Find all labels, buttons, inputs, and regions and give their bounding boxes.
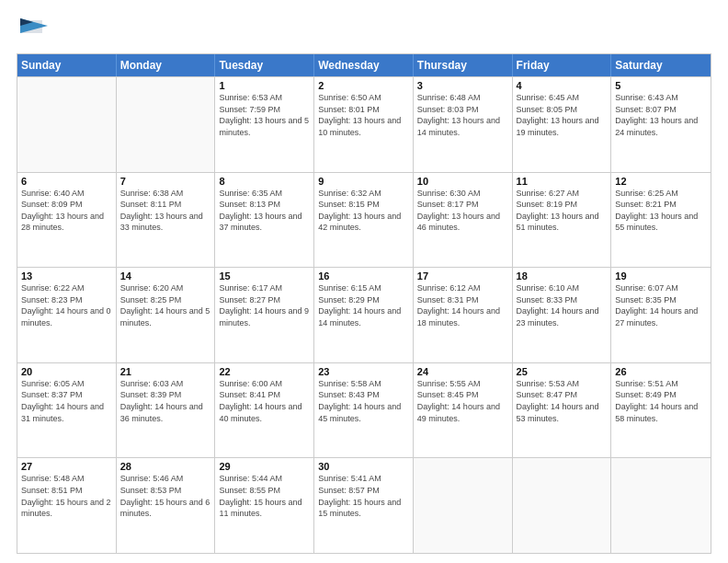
header-day-tuesday: Tuesday: [215, 54, 314, 76]
day-cell-14: 14Sunrise: 6:20 AMSunset: 8:25 PMDayligh…: [117, 268, 216, 362]
day-cell-6: 6Sunrise: 6:40 AMSunset: 8:09 PMDaylight…: [17, 173, 117, 268]
day-number: 29: [219, 461, 310, 472]
day-number: 25: [517, 366, 608, 377]
empty-cell: [513, 458, 612, 553]
day-info: Sunrise: 6:12 AMSunset: 8:31 PMDaylight:…: [417, 282, 508, 328]
day-info: Sunrise: 6:03 AMSunset: 8:39 PMDaylight:…: [120, 378, 211, 424]
header-day-thursday: Thursday: [414, 54, 513, 76]
day-number: 9: [318, 176, 409, 187]
header-day-sunday: Sunday: [17, 54, 117, 76]
day-cell-11: 11Sunrise: 6:27 AMSunset: 8:19 PMDayligh…: [513, 173, 612, 268]
day-cell-7: 7Sunrise: 6:38 AMSunset: 8:11 PMDaylight…: [117, 173, 216, 268]
day-cell-30: 30Sunrise: 5:41 AMSunset: 8:57 PMDayligh…: [314, 458, 414, 553]
day-number: 23: [318, 366, 409, 377]
day-cell-3: 3Sunrise: 6:48 AMSunset: 8:03 PMDaylight…: [414, 77, 513, 172]
day-number: 13: [21, 270, 112, 282]
day-info: Sunrise: 6:15 AMSunset: 8:29 PMDaylight:…: [318, 282, 409, 328]
calendar: SundayMondayTuesdayWednesdayThursdayFrid…: [17, 53, 711, 554]
day-info: Sunrise: 5:48 AMSunset: 8:51 PMDaylight:…: [21, 473, 112, 519]
day-number: 5: [615, 80, 707, 91]
day-cell-4: 4Sunrise: 6:45 AMSunset: 8:05 PMDaylight…: [513, 77, 612, 172]
day-number: 3: [417, 80, 508, 91]
day-info: Sunrise: 6:27 AMSunset: 8:19 PMDaylight:…: [517, 188, 608, 234]
day-cell-23: 23Sunrise: 5:58 AMSunset: 8:43 PMDayligh…: [314, 363, 414, 458]
empty-cell: [17, 77, 117, 172]
day-number: 28: [120, 461, 211, 472]
day-info: Sunrise: 6:25 AMSunset: 8:21 PMDaylight:…: [615, 188, 707, 234]
day-cell-15: 15Sunrise: 6:17 AMSunset: 8:27 PMDayligh…: [215, 268, 314, 362]
day-info: Sunrise: 6:50 AMSunset: 8:01 PMDaylight:…: [318, 92, 409, 138]
day-number: 26: [615, 366, 707, 377]
page: SundayMondayTuesdayWednesdayThursdayFrid…: [0, 0, 728, 563]
week-4: 20Sunrise: 6:05 AMSunset: 8:37 PMDayligh…: [17, 362, 711, 458]
calendar-body: 1Sunrise: 6:53 AMSunset: 7:59 PMDaylight…: [17, 76, 711, 553]
day-number: 2: [318, 80, 409, 91]
week-2: 6Sunrise: 6:40 AMSunset: 8:09 PMDaylight…: [17, 172, 711, 268]
header-day-friday: Friday: [513, 54, 612, 76]
day-info: Sunrise: 6:05 AMSunset: 8:37 PMDaylight:…: [21, 378, 112, 424]
day-info: Sunrise: 6:22 AMSunset: 8:23 PMDaylight:…: [21, 282, 112, 328]
day-info: Sunrise: 5:41 AMSunset: 8:57 PMDaylight:…: [318, 473, 409, 519]
day-number: 1: [219, 80, 310, 91]
day-info: Sunrise: 6:17 AMSunset: 8:27 PMDaylight:…: [219, 282, 310, 328]
day-number: 22: [219, 366, 310, 377]
day-info: Sunrise: 6:48 AMSunset: 8:03 PMDaylight:…: [417, 92, 508, 138]
header: [17, 17, 711, 44]
day-number: 21: [120, 366, 211, 377]
day-cell-21: 21Sunrise: 6:03 AMSunset: 8:39 PMDayligh…: [117, 363, 216, 458]
day-cell-25: 25Sunrise: 5:53 AMSunset: 8:47 PMDayligh…: [513, 363, 612, 458]
day-number: 7: [120, 176, 211, 187]
day-info: Sunrise: 5:58 AMSunset: 8:43 PMDaylight:…: [318, 378, 409, 424]
day-number: 15: [219, 270, 310, 282]
logo: [17, 17, 50, 44]
day-cell-13: 13Sunrise: 6:22 AMSunset: 8:23 PMDayligh…: [17, 268, 117, 362]
day-cell-8: 8Sunrise: 6:35 AMSunset: 8:13 PMDaylight…: [215, 173, 314, 268]
day-cell-18: 18Sunrise: 6:10 AMSunset: 8:33 PMDayligh…: [513, 268, 612, 362]
day-info: Sunrise: 6:38 AMSunset: 8:11 PMDaylight:…: [120, 188, 211, 234]
day-info: Sunrise: 6:53 AMSunset: 7:59 PMDaylight:…: [219, 92, 310, 138]
day-number: 18: [517, 270, 608, 282]
day-info: Sunrise: 6:10 AMSunset: 8:33 PMDaylight:…: [517, 282, 608, 328]
day-cell-16: 16Sunrise: 6:15 AMSunset: 8:29 PMDayligh…: [314, 268, 414, 362]
day-cell-19: 19Sunrise: 6:07 AMSunset: 8:35 PMDayligh…: [611, 268, 711, 362]
day-cell-12: 12Sunrise: 6:25 AMSunset: 8:21 PMDayligh…: [611, 173, 711, 268]
day-number: 11: [517, 176, 608, 187]
day-cell-22: 22Sunrise: 6:00 AMSunset: 8:41 PMDayligh…: [215, 363, 314, 458]
day-cell-2: 2Sunrise: 6:50 AMSunset: 8:01 PMDaylight…: [314, 77, 414, 172]
day-info: Sunrise: 6:35 AMSunset: 8:13 PMDaylight:…: [219, 188, 310, 234]
day-cell-29: 29Sunrise: 5:44 AMSunset: 8:55 PMDayligh…: [215, 458, 314, 553]
day-number: 14: [120, 270, 211, 282]
day-number: 12: [615, 176, 707, 187]
day-number: 10: [417, 176, 508, 187]
day-cell-10: 10Sunrise: 6:30 AMSunset: 8:17 PMDayligh…: [414, 173, 513, 268]
day-number: 6: [21, 176, 112, 187]
header-day-monday: Monday: [117, 54, 216, 76]
day-info: Sunrise: 5:44 AMSunset: 8:55 PMDaylight:…: [219, 473, 310, 519]
day-cell-24: 24Sunrise: 5:55 AMSunset: 8:45 PMDayligh…: [414, 363, 513, 458]
day-number: 20: [21, 366, 112, 377]
empty-cell: [117, 77, 216, 172]
header-day-saturday: Saturday: [611, 54, 711, 76]
calendar-header: SundayMondayTuesdayWednesdayThursdayFrid…: [17, 54, 711, 76]
day-info: Sunrise: 6:00 AMSunset: 8:41 PMDaylight:…: [219, 378, 310, 424]
day-info: Sunrise: 6:40 AMSunset: 8:09 PMDaylight:…: [21, 188, 112, 234]
week-5: 27Sunrise: 5:48 AMSunset: 8:51 PMDayligh…: [17, 457, 711, 553]
day-cell-9: 9Sunrise: 6:32 AMSunset: 8:15 PMDaylight…: [314, 173, 414, 268]
day-info: Sunrise: 6:32 AMSunset: 8:15 PMDaylight:…: [318, 188, 409, 234]
day-cell-1: 1Sunrise: 6:53 AMSunset: 7:59 PMDaylight…: [215, 77, 314, 172]
day-cell-20: 20Sunrise: 6:05 AMSunset: 8:37 PMDayligh…: [17, 363, 117, 458]
day-info: Sunrise: 5:51 AMSunset: 8:49 PMDaylight:…: [615, 378, 707, 424]
day-info: Sunrise: 5:55 AMSunset: 8:45 PMDaylight:…: [417, 378, 508, 424]
day-number: 30: [318, 461, 409, 472]
day-number: 17: [417, 270, 508, 282]
logo-icon: [17, 17, 50, 44]
day-info: Sunrise: 6:07 AMSunset: 8:35 PMDaylight:…: [615, 282, 707, 328]
day-cell-26: 26Sunrise: 5:51 AMSunset: 8:49 PMDayligh…: [611, 363, 711, 458]
day-info: Sunrise: 6:30 AMSunset: 8:17 PMDaylight:…: [417, 188, 508, 234]
day-info: Sunrise: 5:53 AMSunset: 8:47 PMDaylight:…: [517, 378, 608, 424]
day-cell-27: 27Sunrise: 5:48 AMSunset: 8:51 PMDayligh…: [17, 458, 117, 553]
day-number: 19: [615, 270, 707, 282]
day-cell-5: 5Sunrise: 6:43 AMSunset: 8:07 PMDaylight…: [611, 77, 711, 172]
week-1: 1Sunrise: 6:53 AMSunset: 7:59 PMDaylight…: [17, 76, 711, 172]
day-info: Sunrise: 6:43 AMSunset: 8:07 PMDaylight:…: [615, 92, 707, 138]
